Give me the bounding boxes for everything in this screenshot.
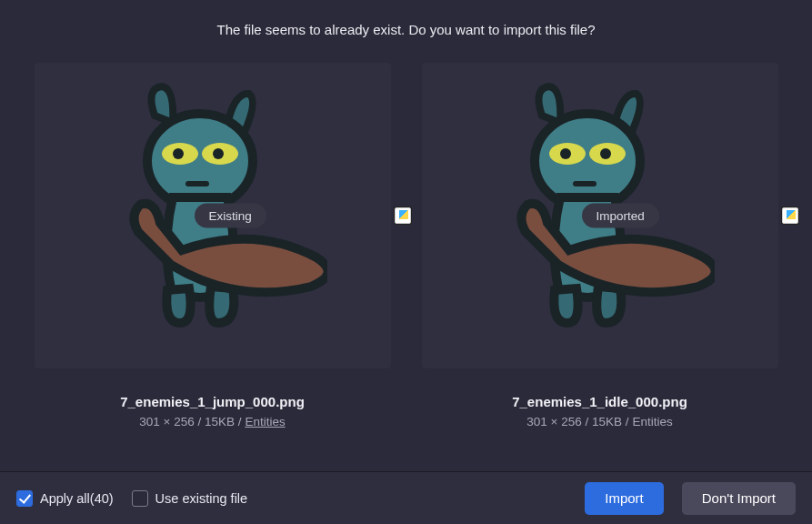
existing-meta: 301 × 256 / 15KB / Entities xyxy=(139,415,285,428)
import-button[interactable]: Import xyxy=(585,482,664,515)
existing-dims: 301 × 256 xyxy=(139,415,194,428)
svg-rect-5 xyxy=(185,181,209,186)
file-type-icon xyxy=(782,207,798,224)
compare-row: Existing 7_enemies_1_jump_000.png 301 × … xyxy=(0,55,812,471)
use-existing-input[interactable] xyxy=(132,490,148,507)
imported-category: Entities xyxy=(632,415,672,428)
svg-point-9 xyxy=(560,148,571,159)
imported-size: 15KB xyxy=(592,415,622,428)
file-type-icon xyxy=(395,207,411,224)
existing-card: Existing 7_enemies_1_jump_000.png 301 × … xyxy=(26,63,399,471)
existing-size: 15KB xyxy=(205,415,235,428)
existing-category-link[interactable]: Entities xyxy=(245,415,285,428)
svg-point-10 xyxy=(600,148,611,159)
dont-import-button[interactable]: Don't Import xyxy=(682,482,796,515)
svg-point-4 xyxy=(213,148,224,159)
use-existing-label: Use existing file xyxy=(155,491,248,506)
existing-thumbnail: Existing xyxy=(35,63,391,368)
apply-all-input[interactable] xyxy=(16,490,33,507)
dialog-message: The file seems to already exist. Do you … xyxy=(0,0,812,55)
dialog-footer: Apply all(40) Use existing file Import D… xyxy=(0,471,812,524)
imported-card: Imported 7_enemies_1_idle_000.png 301 × … xyxy=(414,63,787,471)
existing-filename: 7_enemies_1_jump_000.png xyxy=(120,394,305,409)
apply-all-label: Apply all(40) xyxy=(40,491,114,506)
apply-all-checkbox[interactable]: Apply all(40) xyxy=(16,490,114,507)
imported-meta: 301 × 256 / 15KB / Entities xyxy=(526,415,672,428)
imported-thumbnail: Imported xyxy=(422,63,778,368)
imported-dims: 301 × 256 xyxy=(526,415,581,428)
svg-point-3 xyxy=(173,148,184,159)
use-existing-checkbox[interactable]: Use existing file xyxy=(132,490,248,507)
import-conflict-dialog: The file seems to already exist. Do you … xyxy=(0,0,812,524)
imported-badge: Imported xyxy=(582,204,659,228)
existing-badge: Existing xyxy=(195,204,266,228)
svg-rect-11 xyxy=(573,181,596,186)
imported-filename: 7_enemies_1_idle_000.png xyxy=(512,394,687,409)
